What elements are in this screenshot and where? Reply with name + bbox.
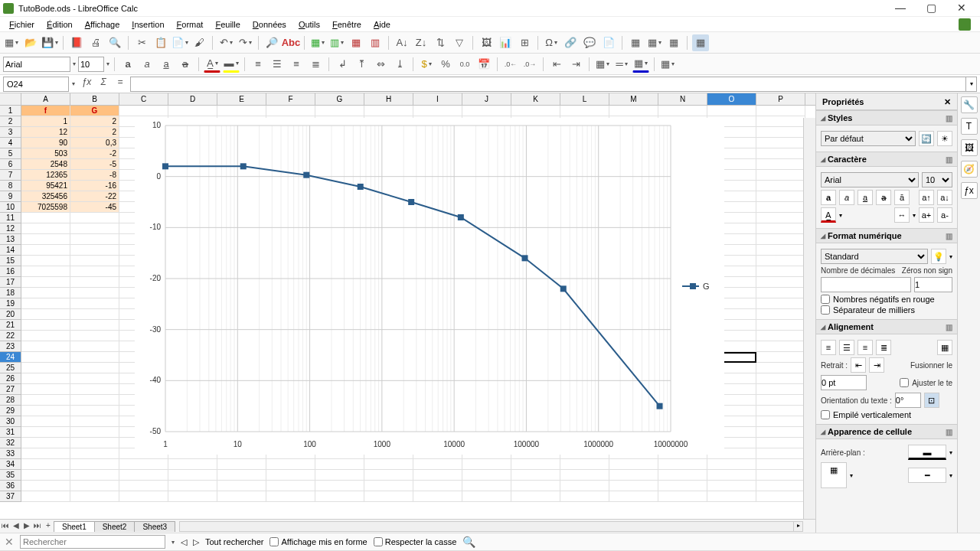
tab-add-button[interactable]: + [43,521,54,532]
spellcheck-button[interactable]: Abc [283,34,299,51]
cell-P1[interactable] [756,106,805,116]
cell-A11[interactable] [21,213,70,223]
cell-A3[interactable]: 12 [21,127,70,138]
minimize-button[interactable]: — [885,1,916,16]
cell-B5[interactable]: -2 [70,148,119,159]
cell-P36[interactable] [756,481,805,491]
cell-F1[interactable] [266,106,315,116]
align-top-button[interactable]: ⤒ [353,56,370,73]
cell-N35[interactable] [658,470,707,481]
cell-P37[interactable] [756,491,805,502]
sb-indent-inc-button[interactable]: ⇥ [869,357,884,373]
cell-O37[interactable] [707,491,756,502]
cell-reference-input[interactable] [3,77,69,92]
find-all-button[interactable]: Tout rechercher [205,537,263,546]
cell-M35[interactable] [609,470,658,481]
cell-P32[interactable] [756,438,805,448]
cell-A4[interactable]: 90 [21,138,70,148]
menu-fenêtre[interactable]: Fenêtre [326,18,368,31]
cell-B30[interactable] [70,416,119,427]
tab-prev-button[interactable]: ◀ [11,521,21,532]
split-button[interactable]: ▦ [665,34,682,51]
thou-sep-checkbox[interactable] [821,305,830,315]
cell-G1[interactable] [315,106,364,116]
cell-N1[interactable] [658,106,707,116]
add-decimal-button[interactable]: .0← [502,56,519,73]
row-header-22[interactable]: 22 [0,331,21,341]
sum-button[interactable]: Σ [95,77,112,92]
sb-align-justify-button[interactable]: ≣ [876,340,891,355]
cell-B25[interactable] [70,363,119,373]
cell-A8[interactable]: 95421 [21,181,70,191]
cell-B29[interactable] [70,406,119,416]
copy-button[interactable]: 📋 [152,34,169,51]
pdf-export-button[interactable]: 📕 [68,34,85,51]
freeze-button[interactable]: ▦ [646,34,663,51]
cell-K36[interactable] [511,481,560,491]
cell-J37[interactable] [462,491,511,502]
new-style-button[interactable]: ☀ [937,131,952,146]
italic-button[interactable]: a [139,56,155,73]
hyperlink-button[interactable]: 🔗 [562,34,579,51]
cell-I34[interactable] [413,459,462,470]
cell-B22[interactable] [70,331,119,341]
bg-color-button[interactable]: ▬ [908,445,946,460]
cell-K34[interactable] [511,459,560,470]
cell-A23[interactable] [21,341,70,352]
rail-styles-icon[interactable]: T [961,118,978,135]
cell-M37[interactable] [609,491,658,502]
cell-B21[interactable] [70,320,119,331]
row-header-28[interactable]: 28 [0,395,21,406]
cell-P34[interactable] [756,459,805,470]
cell-L36[interactable] [560,481,609,491]
find-close-button[interactable]: ✕ [5,536,14,548]
menu-affichage[interactable]: Affichage [79,18,126,31]
indent-value-input[interactable] [821,375,867,390]
cell-B26[interactable] [70,373,119,384]
cell-H37[interactable] [364,491,413,502]
row-header-36[interactable]: 36 [0,481,21,491]
cell-P29[interactable] [756,406,805,416]
row-header-2[interactable]: 2 [0,116,21,127]
row-header-27[interactable]: 27 [0,384,21,395]
row-button[interactable]: ▦ [309,34,326,51]
rail-gallery-icon[interactable]: 🖼 [961,139,978,156]
formula-expand-button[interactable]: ▾ [966,77,977,92]
horizontal-scrollbar[interactable]: ▸ [179,521,803,532]
border-button[interactable]: ▦ [594,56,611,73]
cell-N37[interactable] [658,491,707,502]
cell-P9[interactable] [756,191,805,202]
row-header-23[interactable]: 23 [0,341,21,352]
cell-D36[interactable] [168,481,217,491]
cell-D35[interactable] [168,470,217,481]
character-panel-header[interactable]: Caractère▥ [816,152,957,167]
number-format-button[interactable]: 0.0 [456,56,473,73]
menu-aide[interactable]: Aide [368,18,397,31]
col-header-H[interactable]: H [364,93,413,105]
percent-button[interactable]: % [437,56,454,73]
cell-D37[interactable] [168,491,217,502]
formula-input[interactable] [130,77,966,92]
col-header-O[interactable]: O [707,93,756,105]
sb-merge-button[interactable]: ▦ [937,340,952,355]
sb-bold-button[interactable]: a [821,190,836,205]
cell-P14[interactable] [756,245,805,256]
sidebar-size-select[interactable]: 10 [922,172,952,187]
cell-P21[interactable] [756,320,805,331]
cut-button[interactable]: ✂ [133,34,150,51]
rail-functions-icon[interactable]: ƒx [961,182,978,199]
cell-A2[interactable]: 1 [21,116,70,127]
cell-B2[interactable]: 2 [70,116,119,127]
row-header-13[interactable]: 13 [0,234,21,245]
select-all-corner[interactable] [0,93,21,105]
undo-button[interactable]: ↶ [217,34,234,51]
cell-A24[interactable] [21,352,70,363]
symbol-button[interactable]: Ω [543,34,560,51]
neg-red-checkbox[interactable] [821,295,830,304]
col-header-L[interactable]: L [560,93,609,105]
row-header-20[interactable]: 20 [0,309,21,320]
tab-first-button[interactable]: ⏮ [0,521,11,532]
cell-A35[interactable] [21,470,70,481]
cell-P22[interactable] [756,331,805,341]
cell-B34[interactable] [70,459,119,470]
